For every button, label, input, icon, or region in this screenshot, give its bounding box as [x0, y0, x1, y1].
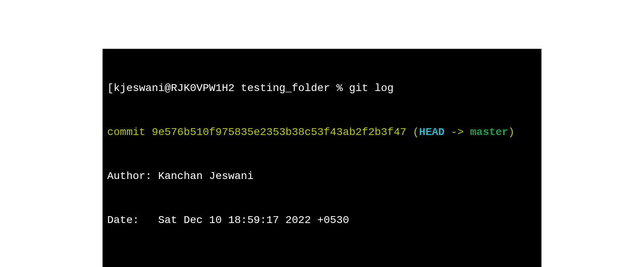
- terminal-line-date: Date: Sat Dec 10 18:59:17 2022 +0530: [107, 213, 537, 228]
- ref-close-paren: ): [508, 126, 515, 138]
- commit-hash: 9e576b510f975835e2353b38c53f43ab2f2b3f47: [152, 126, 406, 138]
- command-text: git log: [349, 82, 394, 94]
- ref-open-paren: (: [406, 126, 419, 138]
- terminal-window[interactable]: [kjeswani@RJK0VPW1H2 testing_folder % gi…: [102, 49, 542, 267]
- terminal-line-prompt: [kjeswani@RJK0VPW1H2 testing_folder % gi…: [107, 81, 537, 96]
- ref-arrow: ->: [445, 126, 470, 138]
- terminal-line-commit: commit 9e576b510f975835e2353b38c53f43ab2…: [107, 125, 537, 140]
- terminal-line-author: Author: Kanchan Jeswani: [107, 169, 537, 184]
- prompt-bracket: [: [107, 82, 114, 94]
- branch-name: master: [470, 126, 508, 138]
- commit-prefix: commit: [107, 126, 152, 138]
- head-ref: HEAD: [419, 126, 444, 138]
- prompt-text: kjeswani@RJK0VPW1H2 testing_folder %: [114, 82, 349, 94]
